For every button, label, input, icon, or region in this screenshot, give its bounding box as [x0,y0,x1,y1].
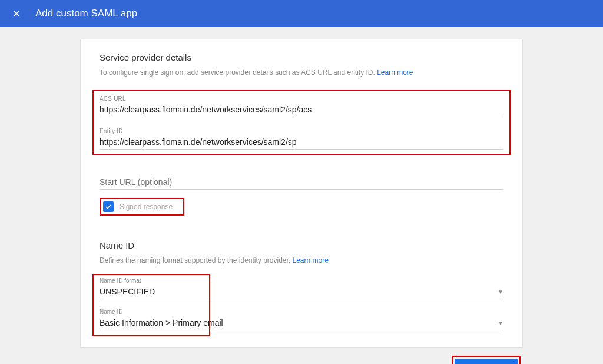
highlight-acs-entity: ACS URL Entity ID [92,90,511,155]
entity-id-input[interactable] [100,135,503,150]
nameid-format-label: Name ID format [100,277,503,284]
dialog-header: Add custom SAML app [0,0,603,27]
nameid-desc-text: Defines the naming format supported by t… [100,256,293,264]
acs-url-label: ACS URL [100,95,503,102]
nameid-format-dropdown[interactable]: UNSPECIFIED ▼ [100,285,503,299]
nameid-fields-wrap: Name ID format UNSPECIFIED ▼ Name ID Bas… [100,277,503,330]
highlight-continue: CONTINUE [452,356,521,364]
close-icon[interactable] [9,6,24,21]
nameid-format-value: UNSPECIFIED [100,287,155,296]
entity-id-field: Entity ID [100,128,503,150]
cancel-button[interactable]: CANCEL [404,360,439,364]
sp-section-desc: To configure single sign on, add service… [100,68,503,77]
sp-learn-more-link[interactable]: Learn more [377,68,413,77]
nameid-name-label: Name ID [100,309,503,315]
entity-id-label: Entity ID [100,128,503,134]
nameid-name-value: Basic Information > Primary email [100,318,223,327]
chevron-down-icon: ▼ [498,320,503,326]
nameid-learn-more-link[interactable]: Learn more [293,256,329,264]
footer: BACK CANCEL CONTINUE [80,356,523,364]
signed-response-row: Signed response [100,198,503,216]
continue-button[interactable]: CONTINUE [455,359,518,364]
acs-url-input[interactable] [100,103,503,117]
nameid-section-desc: Defines the naming format supported by t… [100,256,503,264]
chevron-down-icon: ▼ [498,289,503,295]
sp-section-title: Service provider details [100,52,503,62]
highlight-signed: Signed response [100,198,184,216]
nameid-name-dropdown[interactable]: Basic Information > Primary email ▼ [100,316,503,330]
main-card: Service provider details To configure si… [80,39,523,348]
nameid-format-field: Name ID format UNSPECIFIED ▼ [100,277,503,299]
signed-response-label: Signed response [120,203,173,211]
start-url-field [100,176,503,190]
start-url-input[interactable] [100,176,503,190]
signed-response-checkbox[interactable] [103,201,114,212]
sp-desc-text: To configure single sign on, add service… [100,68,377,77]
dialog-title: Add custom SAML app [35,8,137,19]
acs-url-field: ACS URL [100,95,503,117]
back-button[interactable]: BACK [82,360,108,364]
nameid-name-field: Name ID Basic Information > Primary emai… [100,309,503,330]
nameid-section-title: Name ID [100,240,503,250]
